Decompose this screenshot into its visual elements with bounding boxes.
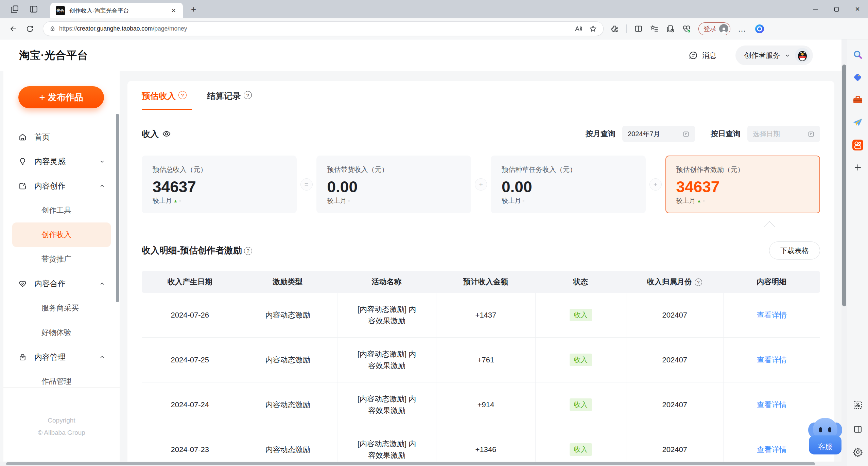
favorite-star-icon[interactable] bbox=[589, 25, 597, 33]
cell-income-date: 2024-07-23 bbox=[142, 427, 238, 466]
col-header-amount: 预计收入金额 bbox=[436, 277, 535, 287]
tab-close-icon[interactable]: ✕ bbox=[170, 7, 177, 14]
date-picker[interactable]: 选择日期 bbox=[747, 126, 820, 142]
extensions-icon[interactable] bbox=[610, 24, 619, 33]
help-icon[interactable]: ? bbox=[244, 91, 252, 99]
collections-icon[interactable] bbox=[650, 24, 659, 33]
page-scrollbar[interactable] bbox=[841, 39, 847, 466]
sidebar-item-label: 内容管理 bbox=[34, 352, 66, 362]
tab-estimated-income[interactable]: 预估收入 ? bbox=[142, 90, 187, 110]
status-badge: 收入 bbox=[570, 443, 592, 456]
sidebar-item-product-trial[interactable]: 好物体验 bbox=[12, 320, 111, 345]
archive-icon bbox=[18, 353, 27, 361]
customer-service-label: 客服 bbox=[809, 435, 841, 454]
copilot-icon[interactable] bbox=[754, 23, 765, 34]
sidebar-item-inspiration[interactable]: 内容灵感 bbox=[12, 149, 111, 174]
close-button[interactable]: ✕ bbox=[847, 0, 868, 18]
page-horizontal-scrollbar-thumb[interactable] bbox=[6, 462, 815, 465]
card-value: 0.00 bbox=[327, 178, 461, 196]
month-query-label: 按月查询 bbox=[586, 129, 615, 139]
page-horizontal-scrollbar[interactable] bbox=[0, 462, 841, 466]
messages-button[interactable]: 消息 bbox=[689, 51, 716, 60]
sidebar-item-service-purchase[interactable]: 服务商采买 bbox=[12, 296, 111, 320]
sidebar-scrollbar[interactable] bbox=[116, 114, 119, 302]
table-body: 2024-07-26 内容动态激励 [内容动态激励] 内容效果激励 +1437 … bbox=[142, 293, 820, 466]
sidebar-item-creation-income[interactable]: 创作收入 bbox=[12, 222, 111, 247]
add-tab-collection-icon[interactable] bbox=[666, 24, 675, 33]
address-bar[interactable]: https://creator.guanghe.taobao.com/page/… bbox=[43, 21, 604, 36]
back-icon[interactable] bbox=[10, 25, 18, 33]
sidebar-item-cooperation[interactable]: 内容合作 bbox=[12, 271, 111, 296]
publish-work-button[interactable]: + 发布作品 bbox=[18, 86, 104, 108]
browser-essentials-icon[interactable] bbox=[682, 24, 691, 33]
help-icon[interactable]: ? bbox=[695, 279, 702, 286]
help-icon[interactable]: ? bbox=[178, 91, 187, 99]
workspaces-icon[interactable] bbox=[29, 5, 38, 14]
card-seeding-task-income[interactable]: 预估种草任务收入（元） 0.00 较上月- bbox=[491, 156, 646, 213]
sidebar-item-works-management[interactable]: 作品管理 bbox=[12, 369, 111, 394]
settings-gear-icon[interactable] bbox=[853, 447, 863, 457]
eye-icon[interactable] bbox=[162, 129, 171, 138]
chevron-up-icon bbox=[100, 281, 105, 286]
add-icon[interactable] bbox=[853, 163, 862, 172]
help-icon[interactable]: ? bbox=[244, 247, 252, 255]
toolbar-actions: 登录 … bbox=[610, 22, 765, 35]
minimize-button[interactable] bbox=[805, 0, 826, 18]
refresh-icon[interactable] bbox=[26, 25, 34, 33]
card-label: 预估总收入（元） bbox=[153, 165, 286, 174]
screenshot-icon[interactable] bbox=[853, 400, 863, 410]
toolbox-icon[interactable] bbox=[852, 94, 864, 105]
cell-activity-name: [内容动态激励] 内容效果激励 bbox=[337, 382, 436, 427]
table-header-row: 收入产生日期 激励类型 活动名称 预计收入金额 状态 收入归属月份? 内容明细 bbox=[142, 271, 820, 293]
browser-tab[interactable]: 光合 创作收入-淘宝光合平台 ✕ bbox=[50, 3, 183, 18]
read-aloud-icon[interactable] bbox=[574, 25, 582, 33]
card-compare: 较上月▲- bbox=[676, 196, 810, 205]
card-value: 0.00 bbox=[502, 178, 635, 196]
url-text: https://creator.guanghe.taobao.com/page/… bbox=[59, 25, 187, 32]
qq-avatar[interactable] bbox=[795, 48, 810, 63]
customer-service-widget[interactable]: 客服 bbox=[809, 418, 841, 454]
new-tab-button[interactable]: + bbox=[191, 4, 196, 15]
card-creator-incentive[interactable]: 预估创作者激励（元） 34637 较上月▲- bbox=[665, 156, 820, 213]
split-screen-icon[interactable] bbox=[634, 24, 643, 33]
tab-settlement-record[interactable]: 结算记录 ? bbox=[207, 90, 252, 110]
sidebar-item-management[interactable]: 内容管理 bbox=[12, 345, 111, 369]
sidebar-toggle-icon[interactable] bbox=[853, 425, 863, 434]
search-icon[interactable] bbox=[852, 50, 863, 60]
col-header-type: 激励类型 bbox=[238, 277, 337, 287]
sidebar-item-home[interactable]: 首页 bbox=[12, 125, 111, 149]
browser-tab-strip: 光合 创作收入-淘宝光合平台 ✕ + ✕ bbox=[0, 0, 868, 18]
sidebar-item-sales-promotion[interactable]: 带货推广 bbox=[12, 247, 111, 271]
calendar-icon bbox=[682, 130, 690, 138]
cell-activity-name: [内容动态激励] 内容效果激励 bbox=[337, 427, 436, 466]
card-sales-income[interactable]: 预估带货收入（元） 0.00 较上月- bbox=[316, 156, 471, 213]
card-total-income[interactable]: 预估总收入（元） 34637 较上月▲- bbox=[142, 156, 297, 213]
service-menu-label: 创作者服务 bbox=[744, 51, 780, 60]
sidebar-item-creation-tools[interactable]: 创作工具 bbox=[12, 198, 111, 222]
view-details-link[interactable]: 查看详情 bbox=[757, 445, 787, 455]
tab-actions-icon[interactable] bbox=[10, 5, 19, 14]
view-details-link[interactable]: 查看详情 bbox=[757, 400, 787, 410]
plus-operator: + bbox=[475, 178, 487, 191]
download-table-button[interactable]: 下载表格 bbox=[769, 241, 820, 259]
edit-icon bbox=[18, 182, 27, 190]
creator-service-menu[interactable]: 创作者服务 bbox=[735, 46, 813, 65]
active-tab-underline bbox=[142, 109, 192, 110]
settings-more-icon[interactable]: … bbox=[738, 24, 747, 34]
cell-incentive-type: 内容动态激励 bbox=[238, 427, 337, 466]
month-picker[interactable]: 2024年7月 bbox=[622, 126, 695, 142]
shopping-icon[interactable] bbox=[852, 72, 863, 83]
sidebar-item-creation[interactable]: 内容创作 bbox=[12, 174, 111, 198]
site-logo[interactable]: 淘宝·光合平台 bbox=[19, 48, 88, 62]
maximize-button[interactable] bbox=[826, 0, 847, 18]
sidebar-item-label: 服务商采买 bbox=[41, 303, 79, 313]
view-details-link[interactable]: 查看详情 bbox=[757, 310, 787, 320]
kuaishou-icon[interactable] bbox=[852, 139, 864, 151]
cell-activity-name: [内容动态激励] 内容效果激励 bbox=[337, 338, 436, 382]
login-button[interactable]: 登录 bbox=[698, 22, 730, 35]
site-header: 淘宝·光合平台 消息 创作者服务 bbox=[0, 39, 847, 71]
send-icon[interactable] bbox=[852, 117, 864, 128]
site-favicon: 光合 bbox=[56, 6, 65, 15]
view-details-link[interactable]: 查看详情 bbox=[757, 355, 787, 365]
page-scrollbar-thumb[interactable] bbox=[842, 65, 846, 306]
